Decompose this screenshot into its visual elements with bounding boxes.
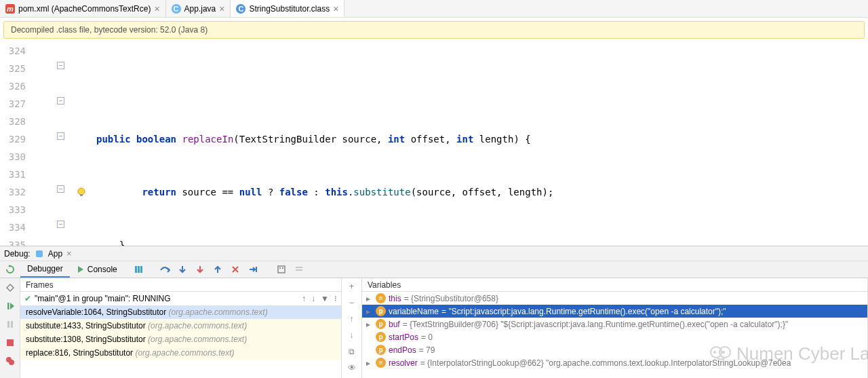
settings-button[interactable] — [0, 278, 20, 297]
frames-header: Frames — [20, 278, 341, 292]
expand-icon[interactable]: ▸ — [366, 294, 373, 303]
svg-rect-13 — [7, 321, 9, 328]
breakpoints-button[interactable] — [0, 352, 20, 370]
app-run-icon — [35, 249, 44, 259]
param-icon: p — [376, 332, 386, 342]
step-out-button[interactable] — [210, 261, 226, 278]
fold-expand-icon[interactable]: − — [57, 97, 64, 105]
debug-label: Debug: — [4, 249, 31, 259]
close-icon[interactable]: × — [154, 3, 159, 14]
svg-rect-15 — [7, 339, 14, 346]
fold-collapse-icon[interactable]: − — [57, 132, 64, 140]
add-watch-button[interactable]: + — [342, 278, 361, 295]
duplicate-button[interactable]: ⧉ — [342, 343, 361, 360]
java-icon: C — [172, 4, 181, 14]
svg-rect-8 — [279, 267, 281, 269]
variable-row[interactable]: ▸≡ this = {StringSubstitutor@658} — [362, 292, 867, 305]
pause-button[interactable] — [0, 315, 20, 333]
remove-watch-button[interactable]: − — [342, 295, 361, 311]
stack-frame[interactable]: resolveVariable:1064, StringSubstitutor … — [20, 305, 341, 319]
fold-collapse-icon[interactable]: − — [57, 221, 64, 228]
frames-panel: Frames ✔ "main"@1 in group "main": RUNNI… — [20, 278, 342, 378]
debugger-tab[interactable]: Debugger — [20, 261, 70, 278]
svg-rect-12 — [7, 303, 9, 309]
expand-icon[interactable]: ▸ — [366, 320, 373, 329]
field-icon: ≡ — [376, 293, 386, 303]
drop-frame-button[interactable] — [227, 261, 243, 278]
line-gutter: 324325326327328329330331332333334335 — [0, 42, 35, 246]
svg-rect-14 — [11, 321, 13, 328]
tab-label: StringSubstitutor.class — [249, 4, 330, 14]
trace-button[interactable] — [291, 261, 307, 278]
move-up-button[interactable]: ↑ — [342, 311, 361, 327]
svg-rect-7 — [278, 266, 285, 273]
force-step-into-button[interactable] — [192, 261, 208, 278]
check-icon: ✔ — [24, 294, 31, 303]
svg-point-17 — [9, 360, 14, 365]
svg-rect-9 — [282, 267, 283, 269]
tab-label: pom.xml (ApacheCommonsTextRce) — [18, 4, 151, 14]
tab-stringsubstitutor[interactable]: C StringSubstitutor.class × — [231, 0, 344, 17]
tab-app[interactable]: C App.java × — [166, 0, 231, 17]
filter-icon[interactable]: ▼ — [321, 294, 329, 303]
play-icon — [77, 265, 85, 273]
stack-frame[interactable]: replace:816, StringSubstitutor (org.apac… — [20, 346, 341, 360]
svg-rect-4 — [138, 266, 140, 273]
svg-rect-6 — [256, 267, 257, 272]
show-watches-button[interactable]: 👁 — [342, 360, 361, 376]
field-icon: ≡ — [376, 358, 386, 368]
variables-toolbar: + − ↑ ↓ ⧉ 👁 — [342, 278, 362, 378]
stack-frame[interactable]: substitute:1308, StringSubstitutor (org.… — [20, 333, 341, 346]
rerun-button[interactable] — [0, 261, 20, 278]
variable-row[interactable]: ▸≡ resolver = {InterpolatorStringLookup@… — [362, 356, 867, 369]
code-area[interactable]: public boolean replaceIn(TextStringBuild… — [69, 42, 868, 246]
variable-row[interactable]: ▸p variableName = "Script:javascript:jav… — [362, 305, 867, 318]
variables-panel: Variables ▸≡ this = {StringSubstitutor@6… — [362, 278, 868, 378]
decompiled-banner: Decompiled .class file, bytecode version… — [3, 21, 865, 39]
thread-selector[interactable]: ✔ "main"@1 in group "main": RUNNING ↑ ↓ … — [20, 292, 341, 305]
fold-collapse-icon[interactable]: − — [57, 62, 64, 69]
debug-toolbar: Debugger Console — [0, 261, 868, 278]
class-file-icon: C — [236, 4, 245, 14]
next-frame-icon[interactable]: ↓ — [311, 294, 315, 303]
variable-row[interactable]: ▸p buf = {TextStringBuilder@706} "${Scri… — [362, 318, 867, 330]
svg-rect-2 — [36, 250, 43, 257]
param-icon: p — [376, 345, 386, 355]
stack-frame[interactable]: substitute:1433, StringSubstitutor (org.… — [20, 319, 341, 333]
code-editor[interactable]: 324325326327328329330331332333334335 − −… — [0, 42, 868, 246]
move-down-button[interactable]: ↓ — [342, 327, 361, 343]
svg-rect-5 — [140, 266, 142, 273]
evaluate-button[interactable] — [273, 261, 290, 278]
debug-body: Frames ✔ "main"@1 in group "main": RUNNI… — [0, 278, 868, 378]
debug-tool-window-header: Debug: App × — [0, 246, 868, 261]
tab-label: App.java — [184, 4, 216, 14]
variable-row[interactable]: p endPos = 79 — [362, 343, 867, 356]
more-icon[interactable]: ⁝ — [334, 294, 337, 303]
debug-config-name[interactable]: App — [48, 249, 62, 259]
variables-header: Variables — [362, 278, 867, 292]
fold-expand-icon[interactable]: − — [57, 185, 64, 193]
variable-row[interactable]: p startPos = 0 — [362, 330, 867, 343]
editor-tabs-bar: m pom.xml (ApacheCommonsTextRce) × C App… — [0, 0, 868, 18]
console-tab[interactable]: Console — [70, 261, 124, 278]
param-icon: p — [376, 319, 386, 329]
resume-button[interactable] — [0, 297, 20, 315]
threads-icon[interactable] — [131, 261, 147, 278]
step-over-button[interactable] — [157, 261, 173, 278]
stop-button[interactable] — [0, 333, 20, 352]
svg-rect-11 — [296, 269, 302, 271]
expand-icon[interactable]: ▸ — [366, 358, 373, 368]
step-into-button[interactable] — [174, 261, 191, 278]
maven-icon: m — [5, 4, 15, 14]
param-icon: p — [376, 306, 386, 316]
close-icon[interactable]: × — [219, 3, 224, 14]
tab-pom[interactable]: m pom.xml (ApacheCommonsTextRce) × — [0, 0, 166, 17]
prev-frame-icon[interactable]: ↑ — [302, 294, 306, 303]
close-icon[interactable]: × — [333, 3, 338, 14]
svg-rect-10 — [296, 267, 302, 268]
expand-icon[interactable]: ▸ — [366, 307, 373, 316]
close-icon[interactable]: × — [66, 248, 72, 259]
run-to-cursor-button[interactable] — [245, 261, 261, 278]
svg-rect-3 — [135, 266, 137, 273]
